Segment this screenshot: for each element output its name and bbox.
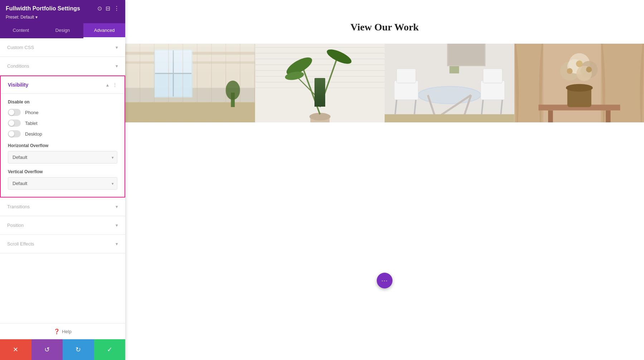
svg-rect-1 [125, 44, 255, 88]
more-vert-icon[interactable]: ⋮ [112, 82, 117, 88]
portfolio-image-3 [385, 44, 514, 122]
vertical-overflow-label: Vertical Overflow [8, 169, 117, 174]
svg-rect-34 [448, 44, 484, 65]
tablet-label: Tablet [25, 121, 38, 126]
horizontal-overflow-select-wrap: Default Visible Hidden Scroll Auto ▾ [8, 151, 117, 164]
panel-tabs: Content Design Advanced [0, 23, 125, 38]
svg-rect-41 [397, 69, 416, 83]
settings-panel: Fullwidth Portfolio Settings ⊙ ⊟ ⋮ Prese… [0, 0, 125, 360]
fab-button[interactable]: ··· [377, 273, 392, 288]
panel-header: Fullwidth Portfolio Settings ⊙ ⊟ ⋮ Prese… [0, 0, 125, 23]
tab-content[interactable]: Content [0, 23, 42, 38]
portfolio-image-4 [514, 44, 644, 122]
svg-rect-10 [125, 102, 255, 122]
svg-rect-45 [483, 69, 502, 83]
svg-rect-40 [394, 81, 418, 100]
visibility-header: Visibility ▴ ⋮ [1, 76, 125, 94]
phone-label: Phone [25, 110, 39, 115]
svg-rect-3 [125, 52, 255, 55]
chevron-down-icon: ▾ [116, 63, 118, 69]
section-custom-css[interactable]: Custom CSS ▾ [0, 38, 125, 57]
chevron-down-icon: ▾ [116, 241, 118, 247]
desktop-label: Desktop [25, 131, 42, 137]
help-icon: ❓ [54, 329, 60, 334]
header-actions: ⊙ ⊟ ⋮ [97, 5, 119, 12]
svg-rect-4 [125, 62, 255, 64]
svg-point-63 [576, 60, 582, 67]
svg-rect-53 [548, 111, 552, 122]
chevron-up-icon[interactable]: ▴ [106, 82, 109, 88]
vertical-overflow-select-wrap: Default Visible Hidden Scroll Auto ▾ [8, 177, 117, 190]
section-scroll-effects-label: Scroll Effects [7, 241, 34, 247]
svg-rect-5 [154, 49, 192, 97]
section-transitions[interactable]: Transitions ▾ [0, 198, 125, 216]
section-position[interactable]: Position ▾ [0, 216, 125, 235]
portfolio-image-1 [125, 44, 255, 122]
help-label: Help [62, 329, 72, 334]
tablet-toggle[interactable] [8, 120, 21, 127]
main-content: View Our Work [125, 0, 644, 360]
svg-rect-11 [231, 93, 235, 107]
svg-rect-44 [481, 81, 505, 100]
svg-point-36 [418, 86, 481, 103]
chevron-down-icon: ▾ [116, 45, 118, 50]
vertical-overflow-select[interactable]: Default Visible Hidden Scroll Auto [8, 177, 117, 190]
svg-rect-48 [385, 114, 514, 122]
section-custom-css-label: Custom CSS [7, 45, 34, 50]
svg-rect-54 [606, 111, 610, 122]
cancel-icon: ✕ [13, 346, 18, 354]
svg-rect-7 [155, 74, 191, 97]
desktop-toggle-row: Desktop [8, 130, 117, 137]
svg-rect-50 [514, 44, 543, 122]
visibility-section: Visibility ▴ ⋮ Disable on Phone Tablet [0, 76, 125, 198]
bottom-toolbar: ✕ ↺ ↻ ✓ [0, 339, 125, 360]
section-position-label: Position [7, 223, 24, 228]
phone-toggle[interactable] [8, 109, 21, 116]
save-icon: ✓ [107, 346, 112, 354]
settings-icon[interactable]: ⊙ [97, 5, 102, 12]
section-conditions[interactable]: Conditions ▾ [0, 57, 125, 76]
tab-advanced[interactable]: Advanced [83, 23, 125, 38]
tab-design[interactable]: Design [42, 23, 84, 38]
redo-button[interactable]: ↻ [63, 339, 94, 360]
svg-rect-0 [125, 44, 255, 122]
chevron-down-icon: ▾ [116, 204, 118, 209]
disable-on-label: Disable on [8, 99, 117, 104]
columns-icon[interactable]: ⊟ [106, 5, 110, 12]
more-dots-icon: ··· [381, 277, 388, 284]
panel-title: Fullwidth Portfolio Settings [6, 5, 80, 12]
section-title: View Our Work [351, 21, 419, 33]
help-row[interactable]: ❓ Help [0, 323, 125, 339]
preset-label[interactable]: Preset: Default ▾ [6, 15, 119, 20]
svg-rect-13 [255, 44, 385, 122]
redo-icon: ↻ [75, 346, 81, 354]
section-conditions-label: Conditions [7, 63, 29, 69]
svg-point-62 [567, 68, 572, 74]
visibility-body: Disable on Phone Tablet Desktop Horizont… [1, 94, 125, 197]
svg-rect-35 [449, 66, 459, 73]
horizontal-overflow-label: Horizontal Overflow [8, 143, 117, 148]
chevron-down-icon: ▾ [116, 223, 118, 228]
svg-point-64 [586, 67, 592, 72]
panel-content: Custom CSS ▾ Conditions ▾ Visibility ▴ ⋮… [0, 38, 125, 323]
undo-button[interactable]: ↺ [31, 339, 63, 360]
section-transitions-label: Transitions [7, 204, 30, 209]
visibility-header-icons: ▴ ⋮ [106, 82, 117, 88]
desktop-toggle[interactable] [8, 130, 21, 137]
save-button[interactable]: ✓ [94, 339, 126, 360]
svg-point-12 [226, 81, 240, 100]
portfolio-image-2 [255, 44, 385, 122]
svg-point-56 [566, 84, 592, 92]
more-icon[interactable]: ⋮ [114, 5, 119, 12]
visibility-title: Visibility [8, 82, 28, 88]
section-scroll-effects[interactable]: Scroll Effects ▾ [0, 235, 125, 253]
tablet-toggle-row: Tablet [8, 120, 117, 127]
cancel-button[interactable]: ✕ [0, 339, 31, 360]
phone-toggle-row: Phone [8, 109, 117, 116]
undo-icon: ↺ [44, 346, 50, 354]
horizontal-overflow-select[interactable]: Default Visible Hidden Scroll Auto [8, 151, 117, 164]
svg-rect-6 [155, 50, 191, 73]
portfolio-grid [125, 44, 644, 122]
